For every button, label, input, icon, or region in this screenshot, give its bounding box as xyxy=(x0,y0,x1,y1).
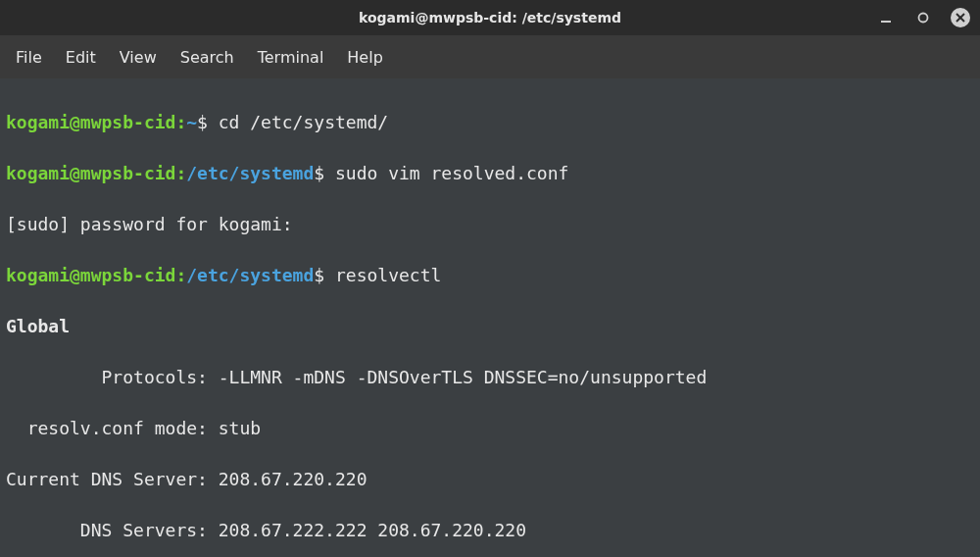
field-value: 208.67.220.220 xyxy=(219,469,368,489)
field-label: Protocols: xyxy=(6,367,219,387)
terminal-line: Protocols: -LLMNR -mDNS -DNSOverTLS DNSS… xyxy=(6,365,974,390)
field-label: resolv.conf mode: xyxy=(6,418,219,438)
minimize-button[interactable] xyxy=(876,8,896,27)
terminal-line: Global xyxy=(6,314,974,339)
field-label: DNS Servers: xyxy=(6,520,219,540)
prompt-dollar: $ xyxy=(314,265,324,285)
menu-terminal[interactable]: Terminal xyxy=(258,48,324,67)
prompt-user: kogami@mwpsb-cid xyxy=(6,112,175,132)
command-text: resolvectl xyxy=(324,265,441,285)
command-text: cd /etc/systemd/ xyxy=(208,112,388,132)
window-title: kogami@mwpsb-cid: /etc/systemd xyxy=(359,10,621,25)
svg-point-1 xyxy=(919,14,928,23)
output-text: [sudo] password for kogami: xyxy=(6,214,293,234)
prompt-user: kogami@mwpsb-cid xyxy=(6,163,175,183)
menu-view[interactable]: View xyxy=(120,48,157,67)
prompt-path: ~ xyxy=(186,112,197,132)
field-value: 208.67.222.222 208.67.220.220 xyxy=(219,520,526,540)
maximize-button[interactable] xyxy=(913,8,933,27)
close-button[interactable] xyxy=(951,8,970,27)
window-controls xyxy=(876,0,970,35)
prompt-user: kogami@mwpsb-cid xyxy=(6,265,175,285)
field-value: -LLMNR -mDNS -DNSOverTLS DNSSEC=no/unsup… xyxy=(219,367,708,387)
section-header-global: Global xyxy=(6,316,70,336)
terminal-line: Current DNS Server: 208.67.220.220 xyxy=(6,467,974,492)
window-titlebar: kogami@mwpsb-cid: /etc/systemd xyxy=(0,0,980,35)
terminal-line: DNS Servers: 208.67.222.222 208.67.220.2… xyxy=(6,518,974,543)
command-text: sudo vim resolved.conf xyxy=(324,163,568,183)
prompt-path: /etc/systemd xyxy=(186,163,314,183)
terminal-line: kogami@mwpsb-cid:/etc/systemd$ sudo vim … xyxy=(6,161,974,186)
field-label: Current DNS Server: xyxy=(6,469,219,489)
terminal-line: [sudo] password for kogami: xyxy=(6,212,974,237)
terminal-line: resolv.conf mode: stub xyxy=(6,416,974,441)
terminal-line: kogami@mwpsb-cid:/etc/systemd$ resolvect… xyxy=(6,263,974,288)
menu-help[interactable]: Help xyxy=(347,48,382,67)
menu-search[interactable]: Search xyxy=(180,48,234,67)
field-value: stub xyxy=(219,418,261,438)
terminal-area[interactable]: kogami@mwpsb-cid:~$ cd /etc/systemd/ kog… xyxy=(0,78,980,557)
menu-file[interactable]: File xyxy=(16,48,42,67)
menubar: File Edit View Search Terminal Help xyxy=(0,35,980,78)
prompt-dollar: $ xyxy=(314,163,324,183)
prompt-path: /etc/systemd xyxy=(186,265,314,285)
menu-edit[interactable]: Edit xyxy=(66,48,96,67)
prompt-dollar: $ xyxy=(197,112,208,132)
terminal-line: kogami@mwpsb-cid:~$ cd /etc/systemd/ xyxy=(6,110,974,135)
